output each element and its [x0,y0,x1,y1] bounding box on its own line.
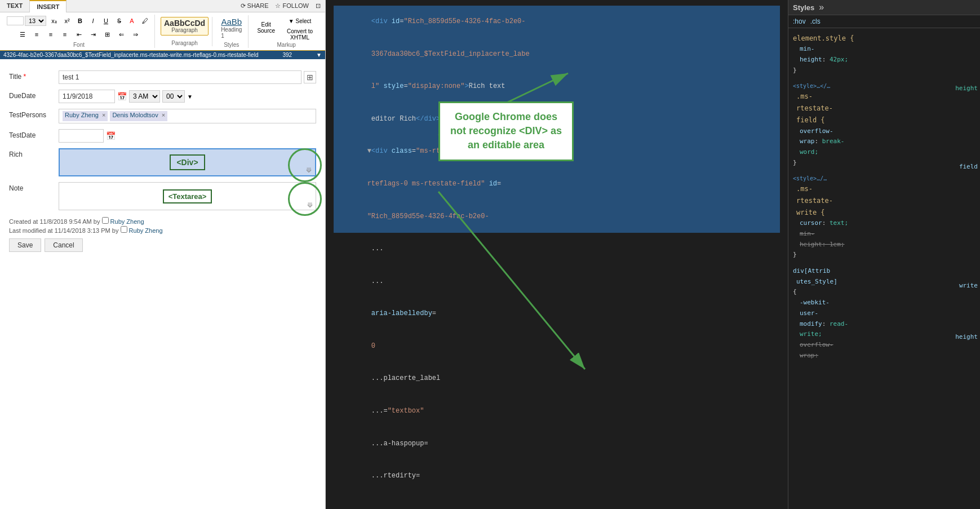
title-expand-icon[interactable]: ⊞ [304,71,316,83]
format-buttons: x₂ x² B I U S̶ A 🖊 [48,15,151,27]
styles-header: Styles » [788,0,980,15]
code-line-highlight-1: <div id="Rich_8859d55e-4326-4fac-b2e0- [334,6,780,38]
persons-field[interactable]: Ruby Zheng × Denis Molodtsov × [59,109,316,123]
heading1-style-button[interactable]: AaBb Heading 1 [218,15,245,41]
field-bar-text: 4326-4fac-b2e0-3367daa30bc6_$TextField_i… [3,52,258,58]
sharepoint-form-panel: TEXT INSERT ⟳ SHARE ☆ FOLLOW ⊡ [0,0,326,509]
form-field-duedate: DueDate 📅 3 AM 12 AM 00 ▼ [9,90,316,103]
paragraph-style-button[interactable]: AaBbCcDd Paragraph [161,17,209,36]
style-source-2: <style>…/… [793,174,975,183]
star-icon: ☆ [275,2,281,9]
note-textarea-label: <Textarea> [163,189,212,203]
styles-toolbar: :hov .cls [788,15,980,28]
styles-panel: Styles » :hov .cls element.style { min- … [788,0,980,509]
style-selector-div-attr: div[Attrib [793,266,975,277]
font-size-input[interactable]: 13px [25,16,46,26]
duedate-input[interactable] [59,90,115,103]
note-textarea[interactable]: <Textarea> ⟱ [59,182,316,210]
remove-denis-icon[interactable]: × [162,112,165,118]
align-right-button[interactable]: ≡ [45,28,57,41]
convert-xhtml-button[interactable]: Convert to XHTML [281,28,318,41]
superscript-button[interactable]: x² [61,15,73,27]
code-view[interactable]: <div id="Rich_8859d55e-4326-4fac-b2e0- 3… [326,0,788,509]
align-center-button[interactable]: ≡ [30,28,43,41]
maximize-btn[interactable]: ⊡ [316,2,321,10]
code-line-12: ...placerte_label [334,362,780,395]
title-label: Title * [9,70,54,81]
styles-content: element.style { min- height: 42px; } <st… [788,28,980,503]
subscript-button[interactable]: x₂ [48,15,60,27]
testpersons-label: TestPersons [9,109,54,119]
list-button[interactable]: ⊞ [101,28,113,41]
testdate-calendar-icon[interactable]: 📅 [106,131,116,140]
created-by-link[interactable]: Ruby Zheng [110,218,144,225]
code-line-14: ...a-haspopup= [334,427,780,460]
form-field-note: Note <Textarea> ⟱ [9,182,316,210]
calendar-icon[interactable]: 📅 [117,92,127,101]
ribbon-tabs: TEXT INSERT ⟳ SHARE ☆ FOLLOW ⊡ [0,0,325,12]
strikethrough-button[interactable]: S̶ [113,15,125,27]
created-meta: Created at 11/8/2018 9:54 AM by Ruby Zhe… [9,217,316,225]
ribbon-toolbar: 13px x₂ x² B I U S̶ A 🖊 ☰ [0,12,325,50]
time-dropdown-arrow: ▼ [187,94,193,100]
share-btn[interactable]: ⟳ SHARE [241,2,269,10]
field-bar-num: 392 [282,52,292,58]
align-left-button[interactable]: ☰ [16,28,29,41]
modified-by-link[interactable]: Ruby Zheng [129,227,163,234]
devtools-panel: <div id="Rich_8859d55e-4326-4fac-b2e0- 3… [326,0,788,509]
field-bar-arrow: ▼ [316,52,322,58]
form-area: Title * ⊞ DueDate 📅 3 AM 12 AM 00 [0,64,325,259]
rich-editable-div[interactable]: <Div> ⟱ [59,148,316,176]
form-footer: Created at 11/8/2018 9:54 AM by Ruby Zhe… [9,217,316,252]
font-size-selector: 13px [7,16,46,26]
duedate-label: DueDate [9,90,54,100]
time-am-select[interactable]: 3 AM 12 AM [129,90,160,103]
indent-button[interactable]: ⇤ [73,28,85,41]
ribbon-group-markup: EditSource ▼ Select Convert to XHTML Mar… [251,15,322,48]
annotation-popup: Google Chrome does not recognize <DIV> a… [438,101,574,161]
remove-ruby-icon[interactable]: × [102,112,105,118]
note-label: Note [9,182,54,192]
person-tag-denis[interactable]: Denis Molodtsov × [110,111,167,121]
code-line-13: ...="textbox" [334,395,780,428]
modified-checkbox[interactable] [121,226,127,233]
font-color-button[interactable]: A [126,15,138,27]
resize-handle-rich[interactable]: ⟱ [306,166,313,173]
follow-btn[interactable]: ☆ FOLLOW [275,2,309,10]
title-input[interactable] [59,70,301,84]
tab-insert[interactable]: INSERT [29,0,66,12]
style-selector-element: element.style { [793,33,975,44]
ltr-button[interactable]: ⇒ [129,28,141,41]
styles-tab-cls[interactable]: .cls [810,17,821,25]
form-field-rich: Rich <Div> ⟱ [9,148,316,176]
bold-button[interactable]: B [74,15,86,27]
tab-text[interactable]: TEXT [0,0,29,12]
time-min-select[interactable]: 00 [162,90,185,103]
style-rule-element: element.style { min- height: 42px; } [793,33,975,76]
italic-button[interactable]: I [87,15,99,27]
testdate-label: TestDate [9,129,54,139]
cancel-button[interactable]: Cancel [45,238,82,252]
font-name-select[interactable] [7,16,24,25]
style-rule-rtestate-write: <style>…/… .ms- rtestate- write { cursor… [793,174,975,260]
code-line-highlight-2: 3367daa30bc6_$TextField_inplacerte_labe [334,38,780,71]
created-checkbox[interactable] [102,217,109,224]
rtl-button[interactable]: ⇐ [115,28,127,41]
person-tag-ruby[interactable]: Ruby Zheng × [63,111,108,121]
code-line-10: aria-labelledby= [334,298,780,330]
resize-handle-note[interactable]: ⟱ [307,201,314,208]
justify-button[interactable]: ≡ [59,28,71,41]
select-button[interactable]: ▼ Select [281,15,318,27]
code-line-9: ... [334,265,780,298]
ribbon: TEXT INSERT ⟳ SHARE ☆ FOLLOW ⊡ [0,0,325,51]
styles-expand-button[interactable]: » [819,2,824,12]
underline-button[interactable]: U [100,15,112,27]
edit-source-button[interactable]: EditSource [254,21,278,34]
testdate-input[interactable] [59,129,104,143]
styles-tab-hover[interactable]: :hov [793,17,806,25]
outdent-button[interactable]: ⇥ [87,28,99,41]
highlight-button[interactable]: 🖊 [139,15,151,27]
rich-div-label: <Div> [170,154,205,170]
ribbon-group-paragraph: AaBbCcDd Paragraph Paragraph [157,17,212,46]
save-button[interactable]: Save [9,238,41,252]
